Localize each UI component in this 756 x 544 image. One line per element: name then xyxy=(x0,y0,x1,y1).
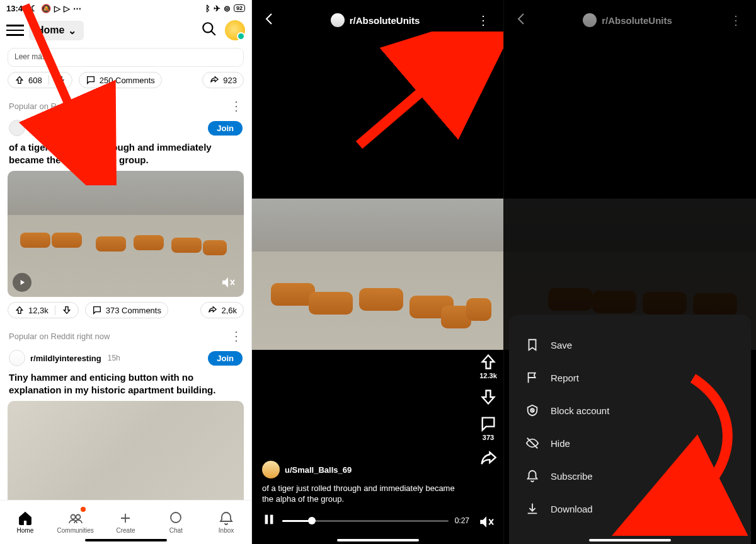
subreddit-icon[interactable] xyxy=(9,120,25,136)
pause-button[interactable] xyxy=(262,512,276,529)
more-icon: ⋯ xyxy=(73,4,81,13)
wifi-icon: ⊚ xyxy=(224,4,231,13)
notification-dot xyxy=(81,507,86,512)
nav-create[interactable]: Create xyxy=(101,501,151,544)
upvote-button[interactable]: 608 xyxy=(8,72,72,88)
upvote-button[interactable]: 12.3k xyxy=(479,353,497,379)
nav-inbox[interactable]: Inbox xyxy=(201,501,251,544)
post-title[interactable]: of a tiger just rolled through and immed… xyxy=(0,139,251,171)
home-indicator[interactable] xyxy=(337,539,419,541)
nav-label: Home xyxy=(17,527,34,534)
video-caption: of a tiger just rolled through and immed… xyxy=(262,483,459,505)
section-header: Popular on Reddit right now ⋮ xyxy=(0,325,251,347)
section-overflow-icon[interactable]: ⋮ xyxy=(230,98,243,113)
subreddit-icon[interactable] xyxy=(331,13,345,27)
app-header: Home ⌄ xyxy=(0,16,251,44)
nav-label: Inbox xyxy=(219,527,234,534)
share-button[interactable]: 2,6k xyxy=(200,302,244,318)
downvote-button[interactable] xyxy=(479,388,497,406)
status-bar: 13:43 ☾ 🔕 ▷ ▷ ⋯ ᛒ ✈ ⊚ 92 xyxy=(0,0,251,16)
home-indicator[interactable] xyxy=(589,539,671,541)
video-controls: 0:27 xyxy=(262,512,469,529)
section-label: Popular on Reddit right now xyxy=(9,332,110,341)
nav-chat[interactable]: Chat xyxy=(151,501,201,544)
subreddit-icon[interactable] xyxy=(9,350,25,366)
post-header[interactable]: r/mildlyinteresting 15h Join xyxy=(0,347,251,369)
overflow-menu-icon[interactable]: ⋮ xyxy=(473,13,493,28)
comments-button[interactable]: 373 xyxy=(479,415,497,441)
menu-label: Download xyxy=(551,504,593,514)
author-name[interactable]: u/Small_Balls_69 xyxy=(285,465,352,475)
post-video[interactable] xyxy=(8,171,244,297)
nav-label: Create xyxy=(116,527,135,534)
subreddit-icon xyxy=(583,13,597,27)
subreddit-link: r/AbsoluteUnits xyxy=(602,15,672,26)
screen-video: r/AbsoluteUnits ⋮ 12.3k 373 u xyxy=(252,0,504,544)
annotation-arrow xyxy=(346,32,504,158)
previous-post-peek[interactable]: Leer más > xyxy=(8,48,244,67)
post-age: 15h xyxy=(108,354,120,362)
section-header: Popular on Reddit right now ⋮ xyxy=(0,95,251,117)
svg-point-0 xyxy=(203,23,212,32)
svg-line-7 xyxy=(359,48,472,145)
author-avatar[interactable] xyxy=(262,461,280,478)
home-indicator[interactable] xyxy=(85,539,167,541)
seek-slider[interactable] xyxy=(282,520,449,522)
post-image[interactable] xyxy=(8,401,244,508)
read-more-link[interactable]: Leer más > xyxy=(14,52,52,61)
screen-video-menu: r/AbsoluteUnits ⋮ Save Report Block acco… xyxy=(504,0,756,544)
svg-point-1 xyxy=(71,515,75,519)
post-title[interactable]: Tiny hammer and enticing button with no … xyxy=(0,369,251,401)
nav-label: Communities xyxy=(57,527,94,534)
profile-avatar[interactable] xyxy=(225,20,245,40)
mute-icon[interactable] xyxy=(217,273,239,292)
post-header[interactable]: r/AbsoluteUnits Join xyxy=(0,117,251,139)
menu-save[interactable]: Save xyxy=(522,328,738,361)
svg-rect-6 xyxy=(270,515,273,524)
play-icon: ▷ xyxy=(54,4,60,13)
nav-communities[interactable]: Communities xyxy=(50,501,101,544)
menu-hide[interactable]: Hide xyxy=(522,427,738,460)
upvote-button[interactable]: 12,3k xyxy=(8,302,79,318)
previous-post-actions: 608 250 Comments 923 xyxy=(8,72,244,88)
comment-count: 373 Comments xyxy=(106,306,161,315)
mute-icon: 🔕 xyxy=(41,4,51,13)
menu-block[interactable]: Block account xyxy=(522,394,738,427)
overflow-menu-icon[interactable]: ⋮ xyxy=(726,13,746,28)
comments-button[interactable]: 250 Comments xyxy=(79,72,162,88)
menu-label: Save xyxy=(551,340,572,350)
video-header: r/AbsoluteUnits ⋮ xyxy=(504,0,756,40)
join-button[interactable]: Join xyxy=(208,351,243,366)
play-icon[interactable] xyxy=(13,273,32,292)
dnd-icon: ☾ xyxy=(30,4,38,13)
nav-home[interactable]: Home xyxy=(0,501,50,544)
back-button[interactable] xyxy=(514,11,529,29)
search-icon[interactable] xyxy=(201,21,217,40)
share-button[interactable] xyxy=(479,450,497,468)
section-overflow-icon[interactable]: ⋮ xyxy=(230,328,243,344)
menu-subscribe[interactable]: Subscribe xyxy=(522,460,738,492)
feed-dropdown[interactable]: Home ⌄ xyxy=(29,21,84,40)
subreddit-link[interactable]: r/AbsoluteUnits xyxy=(350,15,420,26)
subreddit-link[interactable]: r/AbsoluteUnits xyxy=(30,124,91,133)
author-row[interactable]: u/Small_Balls_69 xyxy=(262,461,352,478)
menu-report[interactable]: Report xyxy=(522,361,738,394)
overflow-menu: Save Report Block account Hide Subscribe… xyxy=(509,315,751,544)
share-count: 923 xyxy=(223,76,237,85)
mute-button[interactable] xyxy=(478,514,495,533)
menu-icon[interactable] xyxy=(6,25,24,36)
comment-count: 250 Comments xyxy=(100,76,155,85)
subreddit-link[interactable]: r/mildlyinteresting xyxy=(30,354,101,363)
battery-icon: 92 xyxy=(234,4,245,12)
menu-download[interactable]: Download xyxy=(522,492,738,525)
upvote-count: 12.3k xyxy=(479,372,497,379)
share-button[interactable]: 923 xyxy=(202,72,244,88)
comments-button[interactable]: 373 Comments xyxy=(85,302,168,318)
join-button[interactable]: Join xyxy=(208,121,243,136)
video-viewport[interactable] xyxy=(252,199,503,350)
play-icon: ▷ xyxy=(64,4,70,13)
back-button[interactable] xyxy=(262,11,277,29)
comment-count: 373 xyxy=(483,434,494,441)
chevron-down-icon: ⌄ xyxy=(68,25,76,37)
nav-label: Chat xyxy=(169,527,183,534)
